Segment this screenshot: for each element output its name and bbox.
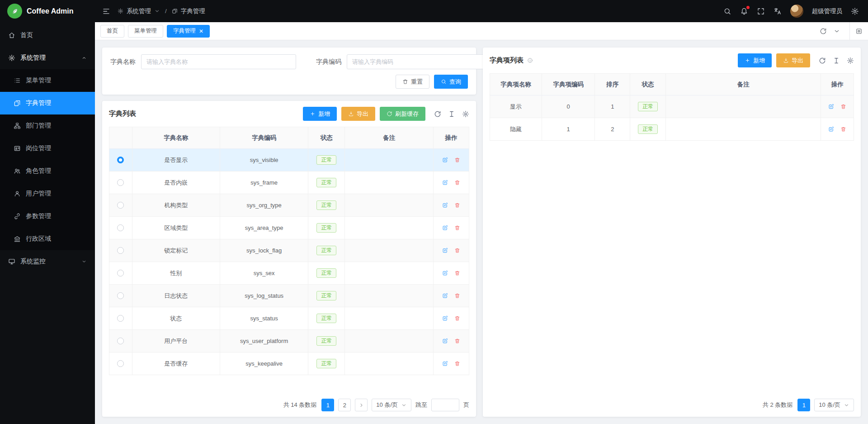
fullscreen-icon[interactable]	[757, 7, 765, 15]
table-row[interactable]: 状态 sys_status 正常	[109, 307, 469, 330]
edit-icon[interactable]	[442, 157, 448, 163]
delete-icon[interactable]	[454, 315, 460, 321]
edit-icon[interactable]	[442, 338, 448, 344]
tab-dict-mgmt[interactable]: 字典管理 ✕	[167, 25, 210, 38]
delete-icon[interactable]	[454, 338, 460, 344]
settings-gear-icon[interactable]	[851, 7, 859, 15]
sidebar-item-region[interactable]: 行政区域	[0, 228, 95, 250]
chevron-down-icon[interactable]	[833, 28, 840, 35]
table-row[interactable]: 区域类型 sys_area_type 正常	[109, 217, 469, 239]
tab-home[interactable]: 首页	[100, 25, 124, 38]
row-height-icon[interactable]	[833, 57, 840, 64]
sidebar-item-dept-mgmt[interactable]: 部门管理	[0, 114, 95, 137]
query-button[interactable]: 查询	[434, 75, 468, 89]
table-row[interactable]: 是否缓存 sys_keepalive 正常	[109, 353, 469, 375]
search-icon[interactable]	[723, 7, 731, 15]
table-row[interactable]: 是否内嵌 sys_frame 正常	[109, 172, 469, 194]
export-dict-item-button[interactable]: 导出	[776, 53, 810, 67]
refresh-icon[interactable]	[820, 28, 827, 35]
delete-icon[interactable]	[454, 157, 460, 163]
edit-icon[interactable]	[442, 202, 448, 208]
sidebar-item-monitor[interactable]: 系统监控	[0, 250, 95, 273]
table-row[interactable]: 显示 0 1 正常	[490, 95, 854, 118]
delete-icon[interactable]	[454, 248, 460, 253]
refresh-icon[interactable]	[434, 110, 441, 118]
row-radio[interactable]	[117, 315, 124, 322]
sidebar-item-dict-mgmt[interactable]: 字典管理	[0, 92, 95, 114]
edit-icon[interactable]	[442, 225, 448, 231]
status-badge: 正常	[316, 359, 336, 368]
table-row[interactable]: 是否显示 sys_visible 正常	[109, 149, 469, 172]
refresh-icon[interactable]	[819, 57, 826, 64]
sidebar-item-home[interactable]: 首页	[0, 24, 95, 47]
sidebar-item-label: 部门管理	[26, 122, 51, 130]
delete-icon[interactable]	[454, 202, 460, 208]
row-radio[interactable]	[117, 202, 124, 209]
add-dict-button[interactable]: 新增	[303, 107, 337, 121]
collapse-sidebar-icon[interactable]	[102, 7, 110, 15]
table-row[interactable]: 性别 sys_sex 正常	[109, 262, 469, 285]
translate-icon[interactable]	[774, 7, 782, 15]
table-row[interactable]: 锁定标记 sys_lock_flag 正常	[109, 239, 469, 262]
row-height-icon[interactable]	[448, 110, 455, 118]
delete-icon[interactable]	[454, 225, 460, 231]
sidebar-item-system[interactable]: 系统管理	[0, 47, 95, 69]
delete-icon[interactable]	[840, 126, 846, 132]
delete-icon[interactable]	[840, 104, 846, 110]
table-row[interactable]: 用户平台 sys_user_platform 正常	[109, 330, 469, 353]
tab-menu-mgmt[interactable]: 菜单管理	[128, 25, 163, 38]
search-form-row: 字典名称 字典编码	[110, 54, 468, 69]
edit-icon[interactable]	[442, 180, 448, 186]
edit-icon[interactable]	[442, 270, 448, 276]
close-tab-icon[interactable]: ✕	[199, 29, 203, 34]
delete-icon[interactable]	[454, 293, 460, 299]
dict-code-input[interactable]	[347, 54, 502, 69]
row-radio[interactable]	[117, 360, 124, 367]
next-page-button[interactable]	[355, 399, 368, 411]
breadcrumb-parent[interactable]: 系统管理	[127, 7, 151, 15]
maximize-icon[interactable]	[855, 28, 863, 35]
row-radio[interactable]	[117, 157, 124, 163]
row-radio[interactable]	[117, 292, 124, 299]
row-radio[interactable]	[117, 224, 124, 231]
refresh-cache-button[interactable]: 刷新缓存	[380, 107, 425, 121]
export-dict-button[interactable]: 导出	[341, 107, 375, 121]
dict-name-input[interactable]	[141, 54, 296, 69]
delete-icon[interactable]	[454, 180, 460, 186]
column-settings-gear-icon[interactable]	[847, 57, 854, 64]
page-size-select[interactable]: 10 条/页	[814, 399, 854, 411]
reset-button[interactable]: 重置	[396, 75, 429, 89]
edit-icon[interactable]	[442, 248, 448, 253]
page-size-select[interactable]: 10 条/页	[372, 399, 411, 411]
sidebar-item-menu-mgmt[interactable]: 菜单管理	[0, 69, 95, 92]
edit-icon[interactable]	[442, 293, 448, 299]
edit-icon[interactable]	[828, 126, 834, 132]
delete-icon[interactable]	[454, 270, 460, 276]
user-avatar[interactable]	[790, 5, 803, 18]
edit-icon[interactable]	[442, 361, 448, 367]
edit-icon[interactable]	[828, 104, 834, 110]
row-radio[interactable]	[117, 338, 124, 344]
trash-icon	[402, 79, 408, 85]
column-settings-gear-icon[interactable]	[462, 110, 469, 118]
edit-icon[interactable]	[442, 315, 448, 321]
row-radio[interactable]	[117, 179, 124, 186]
sidebar-item-param-mgmt[interactable]: 参数管理	[0, 205, 95, 228]
page-button-1[interactable]: 1	[321, 399, 334, 411]
sidebar-item-post-mgmt[interactable]: 岗位管理	[0, 137, 95, 160]
table-row[interactable]: 日志状态 sys_log_status 正常	[109, 285, 469, 307]
table-row[interactable]: 机构类型 sys_org_type 正常	[109, 194, 469, 217]
username[interactable]: 超级管理员	[812, 7, 843, 15]
table-row[interactable]: 隐藏 1 2 正常	[490, 118, 854, 141]
page-button-2[interactable]: 2	[338, 399, 351, 411]
add-dict-item-button[interactable]: 新增	[738, 53, 772, 67]
row-radio[interactable]	[117, 247, 124, 254]
notifications-button[interactable]	[740, 7, 748, 15]
sidebar-item-role-mgmt[interactable]: 角色管理	[0, 160, 95, 182]
page-button-1[interactable]: 1	[797, 399, 810, 411]
sidebar-item-user-mgmt[interactable]: 用户管理	[0, 182, 95, 205]
delete-icon[interactable]	[454, 361, 460, 367]
sidebar-menu: 首页 系统管理 菜单管理 字典管理 部门管理	[0, 22, 95, 424]
row-radio[interactable]	[117, 270, 124, 276]
jump-page-input[interactable]	[431, 399, 459, 411]
